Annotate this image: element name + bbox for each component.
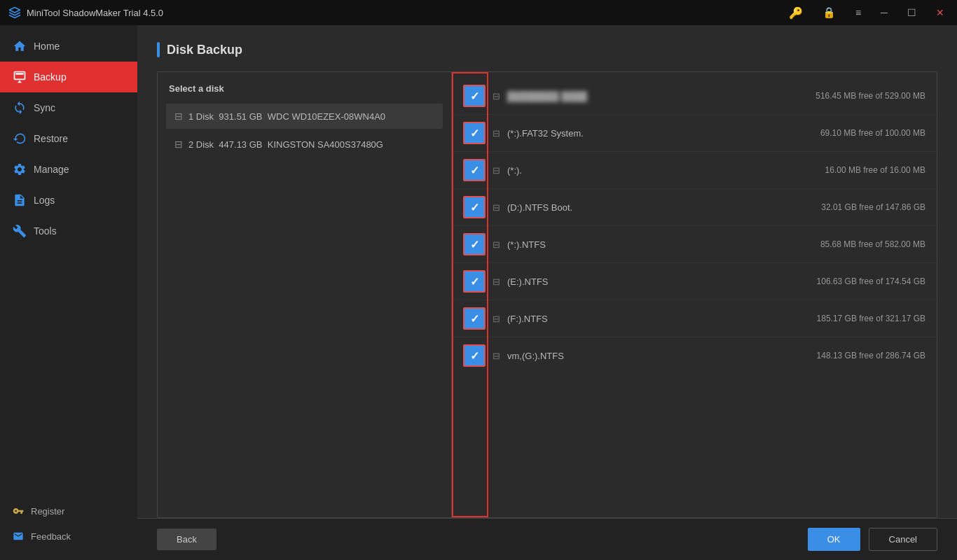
- sidebar-label-logs: Logs: [34, 195, 55, 206]
- partition-drive-icon-6: ⊟: [493, 276, 500, 287]
- partition-row-8: ✓ ⊟ vm,(G:).NTFS 148.13 GB free of 286.7…: [452, 337, 937, 374]
- disk-item-label-2: 2 Disk 447.13 GB KINGSTON SA400S37480G: [188, 139, 383, 150]
- partition-checkbox-7[interactable]: ✓: [463, 307, 486, 330]
- sidebar-item-restore[interactable]: Restore: [0, 123, 137, 154]
- feedback-icon: [13, 531, 24, 542]
- cancel-button[interactable]: Cancel: [869, 528, 937, 551]
- checkmark-7: ✓: [470, 312, 479, 326]
- minimize-button[interactable]: ─: [876, 6, 892, 20]
- checkmark-6: ✓: [470, 275, 479, 288]
- partition-checkbox-2[interactable]: ✓: [463, 122, 486, 144]
- partition-pane: ✓ ⊟ ████████ ████ 516.45 MB free of 529.…: [452, 72, 937, 517]
- sidebar-label-sync: Sync: [34, 102, 55, 113]
- partition-drive-icon-5: ⊟: [493, 239, 500, 250]
- partition-checkbox-4[interactable]: ✓: [463, 196, 486, 218]
- partition-size-7: 185.17 GB free of 321.17 GB: [817, 314, 925, 323]
- partition-drive-icon-8: ⊟: [493, 351, 500, 361]
- partition-drive-icon-7: ⊟: [493, 314, 500, 324]
- titlebar-left: MiniTool ShadowMaker Trial 4.5.0: [8, 6, 163, 19]
- app-title: MiniTool ShadowMaker Trial 4.5.0: [27, 8, 163, 18]
- partition-checkbox-5[interactable]: ✓: [463, 233, 486, 255]
- sidebar-item-backup[interactable]: Backup: [0, 62, 137, 92]
- back-button[interactable]: Back: [157, 528, 216, 550]
- disk-icon-1: ⊟: [174, 111, 183, 122]
- disk-item-2[interactable]: ⊟ 2 Disk 447.13 GB KINGSTON SA400S37480G: [166, 132, 443, 157]
- menu-icon[interactable]: ≡: [851, 6, 865, 20]
- sync-icon: [13, 101, 27, 115]
- partition-size-3: 16.00 MB free of 16.00 MB: [825, 165, 925, 175]
- sidebar-item-home[interactable]: Home: [0, 31, 137, 62]
- tools-icon: [13, 224, 27, 238]
- svg-rect-0: [15, 72, 25, 80]
- partition-row-6: ✓ ⊟ (E:).NTFS 106.63 GB free of 174.54 G…: [452, 263, 937, 300]
- partition-row-4: ✓ ⊟ (D:).NTFS Boot. 32.01 GB free of 147…: [452, 189, 937, 226]
- titlebar-controls: 🔑 🔒 ≡ ─ ☐ ✕: [785, 5, 949, 21]
- register-icon: [13, 505, 24, 517]
- register-label: Register: [31, 506, 64, 517]
- sidebar-item-logs[interactable]: Logs: [0, 185, 137, 216]
- partition-size-6: 106.63 GB free of 174.54 GB: [817, 276, 925, 286]
- partition-size-4: 32.01 GB free of 147.86 GB: [821, 202, 925, 212]
- restore-icon: [13, 132, 27, 146]
- partition-drive-icon-1: ⊟: [493, 91, 500, 102]
- sidebar-label-home: Home: [34, 41, 60, 52]
- partition-checkbox-3[interactable]: ✓: [463, 159, 486, 181]
- partition-checkbox-8[interactable]: ✓: [463, 344, 486, 367]
- page-title: Disk Backup: [167, 43, 242, 57]
- partition-size-2: 69.10 MB free of 100.00 MB: [820, 128, 925, 138]
- partition-label-1: ████████ ████: [507, 91, 808, 102]
- checkmark-5: ✓: [470, 238, 479, 251]
- logs-icon: [13, 193, 27, 207]
- main-content: Disk Backup Select a disk ⊟ 1 Disk 931.5…: [137, 25, 957, 560]
- bottom-left: Back: [157, 528, 216, 550]
- bottom-right: OK Cancel: [808, 528, 937, 551]
- partition-drive-icon-2: ⊟: [493, 128, 500, 139]
- sidebar-label-manage: Manage: [34, 164, 69, 175]
- lock-icon[interactable]: 🔒: [818, 5, 840, 20]
- maximize-button[interactable]: ☐: [903, 6, 921, 20]
- manage-icon: [13, 162, 27, 176]
- partition-checkbox-6[interactable]: ✓: [463, 270, 486, 293]
- disk-panel: Select a disk ⊟ 1 Disk 931.51 GB WDC WD1…: [157, 71, 937, 518]
- partition-drive-icon-3: ⊟: [493, 165, 500, 176]
- partition-drive-icon-4: ⊟: [493, 202, 500, 213]
- disk-list-label: Select a disk: [166, 83, 443, 94]
- sidebar-label-restore: Restore: [34, 133, 68, 144]
- sidebar-item-feedback[interactable]: Feedback: [0, 524, 137, 549]
- sidebar-label-backup: Backup: [34, 71, 67, 83]
- checkmark-1: ✓: [470, 90, 479, 103]
- page-title-accent: [157, 42, 160, 57]
- partition-label-8: vm,(G:).NTFS: [507, 351, 810, 361]
- partition-label-2: (*:).FAT32 System.: [507, 128, 813, 139]
- sidebar-item-tools[interactable]: Tools: [0, 216, 137, 246]
- ok-button[interactable]: OK: [808, 528, 860, 551]
- sidebar-item-manage[interactable]: Manage: [0, 154, 137, 185]
- sidebar-item-register[interactable]: Register: [0, 498, 137, 524]
- backup-icon: [13, 70, 27, 84]
- partition-row-5: ✓ ⊟ (*:).NTFS 85.68 MB free of 582.00 MB: [452, 226, 937, 263]
- home-icon: [13, 39, 27, 53]
- app-logo-icon: [8, 6, 21, 19]
- close-button[interactable]: ✕: [932, 6, 949, 20]
- partition-row-2: ✓ ⊟ (*:).FAT32 System. 69.10 MB free of …: [452, 115, 937, 152]
- titlebar: MiniTool ShadowMaker Trial 4.5.0 🔑 🔒 ≡ ─…: [0, 0, 957, 25]
- disk-icon-2: ⊟: [174, 139, 183, 150]
- page-title-bar: Disk Backup: [157, 42, 937, 57]
- checkmark-4: ✓: [470, 201, 479, 214]
- feedback-label: Feedback: [31, 531, 71, 542]
- partition-label-5: (*:).NTFS: [507, 239, 813, 250]
- bottom-bar: Back OK Cancel: [137, 518, 957, 560]
- sidebar-bottom: Register Feedback: [0, 498, 137, 560]
- partition-label-4: (D:).NTFS Boot.: [507, 202, 814, 213]
- sidebar-item-sync[interactable]: Sync: [0, 92, 137, 123]
- partition-label-6: (E:).NTFS: [507, 276, 810, 287]
- disk-list-pane: Select a disk ⊟ 1 Disk 931.51 GB WDC WD1…: [158, 72, 452, 517]
- content-area: Disk Backup Select a disk ⊟ 1 Disk 931.5…: [137, 25, 957, 518]
- partition-row-1: ✓ ⊟ ████████ ████ 516.45 MB free of 529.…: [452, 78, 937, 115]
- partition-checkbox-1[interactable]: ✓: [463, 85, 486, 107]
- disk-item-1[interactable]: ⊟ 1 Disk 931.51 GB WDC WD10EZEX-08WN4A0: [166, 104, 443, 129]
- checkmark-8: ✓: [470, 349, 479, 363]
- key-icon[interactable]: 🔑: [785, 5, 807, 21]
- partition-row-7: ✓ ⊟ (F:).NTFS 185.17 GB free of 321.17 G…: [452, 300, 937, 337]
- disk-item-label-1: 1 Disk 931.51 GB WDC WD10EZEX-08WN4A0: [188, 111, 385, 122]
